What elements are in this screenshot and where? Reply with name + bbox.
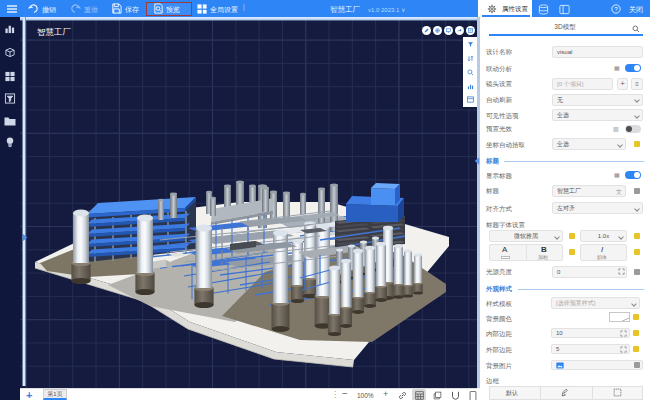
svg-text:?: ? bbox=[614, 6, 618, 12]
